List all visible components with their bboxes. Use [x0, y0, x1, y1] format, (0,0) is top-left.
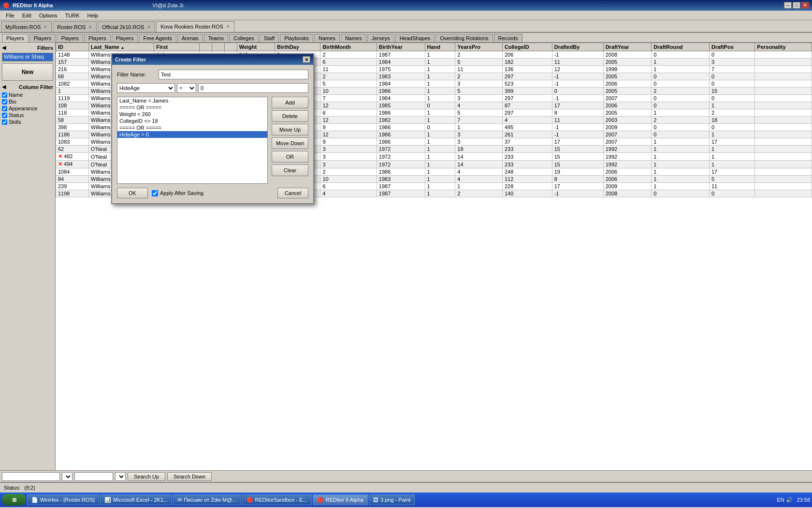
subtab-freeagents[interactable]: Free Agents	[139, 34, 176, 42]
filter-name-input[interactable]	[159, 70, 308, 79]
subtab-names-1[interactable]: Names	[314, 34, 340, 42]
tab-roster[interactable]: Roster.ROS ✕	[53, 21, 97, 32]
col-header-byear[interactable]: BirthYear	[377, 43, 425, 51]
condition-op-select[interactable]: = < > <>	[177, 83, 196, 93]
col-header-id[interactable]: ID	[56, 43, 89, 51]
checkbox-name-input[interactable]	[2, 92, 7, 98]
col-header-dp[interactable]: DraftPos	[709, 43, 754, 51]
new-button[interactable]: New	[2, 63, 53, 81]
or-button[interactable]: OR	[272, 151, 308, 163]
menu-turk[interactable]: TURK	[61, 12, 84, 19]
checkbox-bio-input[interactable]	[2, 99, 7, 105]
tab-kova-close[interactable]: ✕	[226, 24, 230, 29]
col-header-cid[interactable]: CollegeID	[502, 43, 552, 51]
cancel-button[interactable]: Cancel	[277, 188, 308, 198]
tab-myroster[interactable]: MyRoster.ROS ✕	[1, 21, 52, 32]
col-header-c3[interactable]	[224, 43, 237, 51]
subtab-players-5[interactable]: Players	[112, 34, 138, 42]
menu-options[interactable]: Options	[35, 12, 61, 19]
add-button[interactable]: Add	[272, 97, 308, 108]
bottom-input-1[interactable]	[2, 472, 60, 481]
maximize-button[interactable]: □	[793, 2, 800, 9]
col-header-c2[interactable]	[212, 43, 224, 51]
taskbar-sandbox[interactable]: 🔴 REDitorSandbox - E...	[242, 494, 312, 505]
filter-list-item-2[interactable]: Weight < 260	[117, 111, 267, 118]
close-button[interactable]: ✕	[801, 2, 809, 9]
delete-button[interactable]: Delete	[272, 110, 308, 122]
col-header-yp[interactable]: YearsPro	[455, 43, 503, 51]
col-header-dby[interactable]: DraftedBy	[552, 43, 603, 51]
tab-kova[interactable]: Kova Rookies Roster.ROS ✕	[156, 21, 234, 32]
taskbar-reditor[interactable]: 🔴 REDitor II Alpha	[313, 494, 368, 505]
subtab-headshapes[interactable]: HeadShapes	[395, 34, 435, 42]
menu-edit[interactable]: Edit	[18, 12, 35, 19]
checkbox-skills-input[interactable]	[2, 120, 7, 125]
col-header-dr[interactable]: DraftRound	[652, 43, 710, 51]
subtab-playbooks[interactable]: Playbooks	[280, 34, 313, 42]
condition-value-input[interactable]	[198, 83, 308, 93]
search-down-button[interactable]: Search Down	[167, 472, 212, 481]
table-cell: 136	[502, 66, 552, 73]
taskbar-paint[interactable]: 🖼 3.png - Paint	[369, 494, 415, 505]
subtab-staff[interactable]: Staff	[260, 34, 279, 42]
search-up-button[interactable]: Search Up	[128, 472, 165, 481]
subtab-overriding[interactable]: Overriding Rotations	[435, 34, 493, 42]
subtab-players-2[interactable]: Players	[29, 34, 56, 42]
filter-list-item-0[interactable]: Last_Name = James	[117, 97, 267, 104]
subtab-jerseys[interactable]: Jerseys	[367, 34, 394, 42]
filter-list-item-5[interactable]: HideAge = 0	[117, 131, 267, 138]
col-header-weight[interactable]: Weight	[237, 43, 275, 51]
table-cell: 1	[425, 51, 455, 59]
minimize-button[interactable]: ─	[784, 2, 792, 9]
subtab-colleges[interactable]: Colleges	[229, 34, 259, 42]
move-up-button[interactable]: Move Up	[272, 124, 308, 135]
taskbar-excel[interactable]: 📊 Microsoft Excel - 2K1...	[100, 494, 172, 505]
tab-official-close[interactable]: ✕	[147, 25, 151, 30]
filter-list-item-1[interactable]: ===== OR =====	[117, 104, 267, 111]
col-header-bmon[interactable]: BirthMonth	[320, 43, 377, 51]
col-header-dy[interactable]: DraftYear	[603, 43, 652, 51]
subtab-arenas[interactable]: Arenas	[177, 34, 203, 42]
bottom-select-1[interactable]	[62, 472, 72, 481]
ok-button[interactable]: OK	[117, 188, 148, 198]
menu-file[interactable]: File	[2, 12, 18, 19]
table-cell: 1	[425, 117, 455, 124]
subtab-names-2[interactable]: Names	[341, 34, 366, 42]
apply-after-saving-checkbox[interactable]	[152, 190, 158, 196]
taskbar-mail[interactable]: ✉ Письмо от Zdw M@...	[173, 494, 241, 505]
subtab-records[interactable]: Records	[494, 34, 522, 42]
move-down-button[interactable]: Move Down	[272, 137, 308, 149]
checkbox-status-input[interactable]	[2, 113, 7, 118]
condition-field-select[interactable]: HideAge Last_Name Weight CollegeID	[117, 83, 175, 93]
subtab-players-3[interactable]: Players	[57, 34, 83, 42]
bottom-input-2[interactable]	[74, 472, 113, 481]
tab-bar: MyRoster.ROS ✕ Roster.ROS ✕ Official 2k1…	[0, 20, 812, 33]
tab-official[interactable]: Official 2k10.ROS ✕	[98, 21, 155, 32]
table-cell: 1987	[377, 51, 425, 59]
bottom-select-2[interactable]	[115, 472, 126, 481]
subtab-players-1[interactable]: Players	[2, 34, 29, 42]
filter-list-item-4[interactable]: ===== OR =====	[117, 124, 267, 131]
col-header-first[interactable]: First	[154, 43, 199, 51]
col-header-pers[interactable]: Personality	[755, 43, 812, 51]
subtab-players-4[interactable]: Players	[84, 34, 111, 42]
clear-button[interactable]: Clear	[272, 164, 308, 176]
col-filter-collapse[interactable]: ◀	[2, 84, 6, 90]
table-cell: 2	[320, 51, 377, 59]
col-header-hand[interactable]: Hand	[425, 43, 455, 51]
checkbox-appearance-input[interactable]	[2, 106, 7, 111]
menu-help[interactable]: Help	[84, 12, 102, 19]
filter-value[interactable]: Williams or Shaq	[2, 53, 53, 61]
dialog-close-button[interactable]: ✕	[303, 56, 310, 63]
col-header-bday[interactable]: BirthDay	[275, 43, 320, 51]
filter-list-item-3[interactable]: CollegeID <> 18	[117, 118, 267, 124]
subtab-teams[interactable]: Teams	[204, 34, 228, 42]
col-header-last[interactable]: Last_Name ▲	[88, 43, 154, 51]
sidebar-collapse[interactable]: ◀	[2, 45, 6, 51]
filter-list[interactable]: Last_Name = James ===== OR ===== Weight …	[117, 97, 268, 184]
tab-myroster-close[interactable]: ✕	[44, 25, 47, 30]
tab-roster-close[interactable]: ✕	[88, 25, 92, 30]
col-header-c1[interactable]	[199, 43, 212, 51]
taskbar-winhex[interactable]: 📄 WinHex - [Roster.ROS]	[27, 494, 99, 505]
start-button[interactable]: ⊞	[2, 494, 26, 506]
